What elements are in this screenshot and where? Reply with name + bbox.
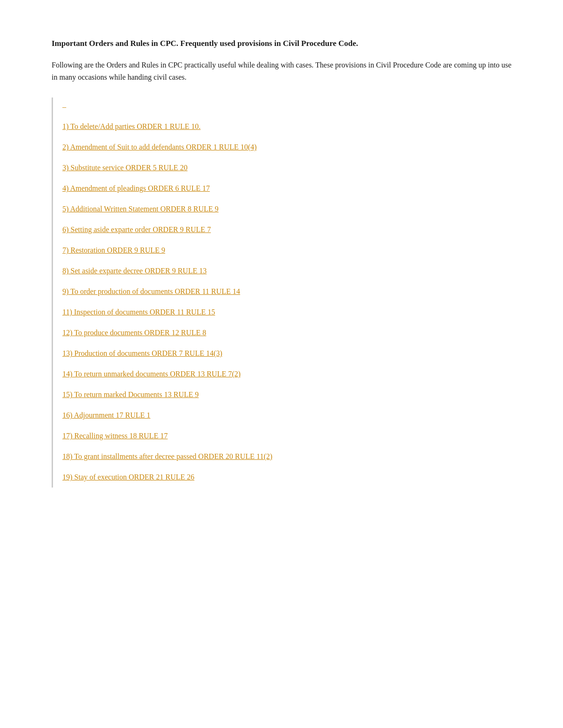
page-container: Important Orders and Rules in CPC. Frequ… [52, 38, 511, 488]
list-item[interactable]: 2) Amendment of Suit to add defendants O… [53, 137, 511, 158]
list-item[interactable]: 4) Amendment of pleadings ORDER 6 RULE 1… [53, 178, 511, 199]
list-item[interactable]: 13) Production of documents ORDER 7 RULE… [53, 343, 511, 364]
list-item[interactable]: 14) To return unmarked documents ORDER 1… [53, 364, 511, 384]
header-section: Important Orders and Rules in CPC. Frequ… [52, 38, 511, 83]
list-empty-marker: – [53, 98, 511, 116]
list-item[interactable]: 19) Stay of execution ORDER 21 RULE 26 [53, 467, 511, 488]
list-item[interactable]: 15) To return marked Documents 13 RULE 9 [53, 384, 511, 405]
list-item[interactable]: 18) To grant installments after decree p… [53, 446, 511, 467]
list-item[interactable]: 7) Restoration ORDER 9 RULE 9 [53, 240, 511, 261]
list-item[interactable]: 3) Substitute service ORDER 5 RULE 20 [53, 158, 511, 178]
list-item[interactable]: 8) Set aside exparte decree ORDER 9 RULE… [53, 261, 511, 281]
list-container: – 1) To delete/Add parties ORDER 1 RULE … [52, 98, 511, 488]
list-item[interactable]: 9) To order production of documents ORDE… [53, 281, 511, 302]
list-item[interactable]: 12) To produce documents ORDER 12 RULE 8 [53, 323, 511, 343]
list-item[interactable]: 1) To delete/Add parties ORDER 1 RULE 10… [53, 116, 511, 137]
header-description: Following are the Orders and Rules in CP… [52, 59, 511, 84]
list-item[interactable]: 16) Adjournment 17 RULE 1 [53, 405, 511, 426]
header-title: Important Orders and Rules in CPC. Frequ… [52, 38, 511, 50]
list-item[interactable]: 11) Inspection of documents ORDER 11 RUL… [53, 302, 511, 323]
list-item[interactable]: 17) Recalling witness 18 RULE 17 [53, 426, 511, 446]
list-item[interactable]: 6) Setting aside exparte order ORDER 9 R… [53, 219, 511, 240]
list-item[interactable]: 5) Additional Written Statement ORDER 8 … [53, 199, 511, 219]
